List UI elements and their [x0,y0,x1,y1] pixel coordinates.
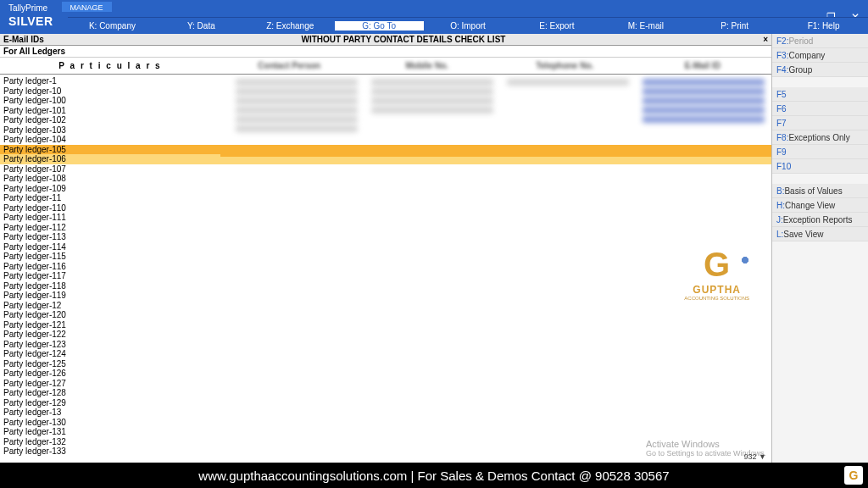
side-item[interactable]: F9 [772,145,868,159]
side-item[interactable]: F8: Exceptions Only [772,130,868,145]
ledger-row[interactable]: Party ledger-114 [0,242,771,252]
side-panel: F2: PeriodF3: CompanyF4: GroupF5 F6 F7 F… [771,34,868,463]
col-contact: Contact Person [220,61,359,70]
side-item[interactable]: F10 [772,159,868,174]
ledger-row[interactable]: Party ledger-120 [0,310,771,320]
side-item[interactable]: F4: Group [772,63,868,77]
ledger-row[interactable]: Party ledger-125 [0,359,771,369]
side-item[interactable]: F5 [772,87,868,102]
ledger-row[interactable]: Party ledger-116 [0,262,771,272]
logo-icon: G [684,246,749,284]
ledger-row[interactable]: Party ledger-118 [0,281,771,291]
activate-title: Activate Windows [646,439,766,449]
ledger-row[interactable]: Party ledger-127 [0,379,771,389]
ledger-row[interactable]: Party ledger-11 [0,193,771,203]
header-close-icon[interactable]: × [763,35,771,44]
brand-name: TallyPrime [8,3,53,14]
ledger-row[interactable]: Party ledger-117 [0,271,771,281]
side-item[interactable]: F6 [772,102,868,116]
ledger-row[interactable]: Party ledger-119 [0,291,771,301]
col-telephone: Telephone No. [496,61,634,70]
ledger-row[interactable]: Party ledger-129 [0,398,771,408]
footer-text: www.gupthaaccountingsolutions.com | For … [198,469,669,483]
manage-tab[interactable]: MANAGE [62,2,112,12]
side-item[interactable]: F3: Company [772,48,868,63]
side-item[interactable]: L: Save View [772,227,868,241]
ledger-row[interactable]: Party ledger-122 [0,330,771,340]
menu-exchange[interactable]: Z: Exchange [246,21,335,30]
ledger-row[interactable]: Party ledger-13 [0,408,771,418]
footer-logo-icon: G [844,466,863,485]
menu-email[interactable]: M: E-mail [601,21,690,30]
menu-export[interactable]: E: Export [512,21,601,30]
blurred-data [229,76,771,178]
side-item[interactable]: H: Change View [772,198,868,213]
menu-goto[interactable]: G: Go To [335,21,424,30]
footer-bar: www.gupthaaccountingsolutions.com | For … [0,463,868,488]
ledger-row[interactable]: Party ledger-126 [0,369,771,379]
side-item[interactable]: F2: Period [772,34,868,48]
header-label: E-Mail IDs [0,35,44,44]
col-particulars: P a r t i c u l a r s [0,61,220,70]
ledger-row[interactable]: Party ledger-123 [0,340,771,350]
menu-print[interactable]: P: Print [690,21,779,30]
ledger-row[interactable]: Party ledger-128 [0,388,771,398]
side-item[interactable]: B: Basis of Values [772,184,868,198]
content-area: P a r t i c u l a r s Contact Person Mob… [0,58,771,463]
ledger-row[interactable]: Party ledger-115 [0,252,771,262]
subheader: For All Ledgers [0,46,771,58]
header-title: WITHOUT PARTY CONTACT DETAILS CHECK LIST [44,35,763,44]
menu-company[interactable]: K: Company [68,21,157,30]
col-email: E-Mail ID [634,61,772,70]
row-count: 932 ▼ [744,452,766,461]
menu-bar: K: Company Y: Data Z: Exchange G: Go To … [68,17,868,34]
menu-data[interactable]: Y: Data [157,21,246,30]
ledger-row[interactable]: Party ledger-113 [0,232,771,242]
logo-name: GUPTHA [684,284,749,296]
side-item[interactable]: F7 [772,116,868,130]
menu-import[interactable]: O: Import [424,21,513,30]
watermark-logo: G GUPTHA ACCOUNTING SOLUTIONS [684,246,749,301]
header-row: E-Mail IDs WITHOUT PARTY CONTACT DETAILS… [0,34,771,46]
ledger-row[interactable]: Party ledger-124 [0,349,771,359]
brand: TallyPrime SILVER [0,0,62,34]
logo-sub: ACCOUNTING SOLUTIONS [684,296,749,301]
col-mobile: Mobile No. [359,61,497,70]
ledger-row[interactable]: Party ledger-109 [0,184,771,194]
ledger-row[interactable]: Party ledger-111 [0,213,771,223]
brand-edition: SILVER [8,14,53,29]
ledger-row[interactable]: Party ledger-12 [0,301,771,311]
columns-row: P a r t i c u l a r s Contact Person Mob… [0,58,771,75]
menu-help[interactable]: F1: Help [779,21,868,30]
ledger-row[interactable]: Party ledger-131 [0,427,771,437]
ledger-row[interactable]: Party ledger-121 [0,320,771,330]
ledger-row[interactable]: Party ledger-110 [0,203,771,214]
side-item[interactable]: J: Exception Reports [772,213,868,227]
ledger-row[interactable]: Party ledger-112 [0,223,771,233]
ledger-row[interactable]: Party ledger-130 [0,418,771,428]
